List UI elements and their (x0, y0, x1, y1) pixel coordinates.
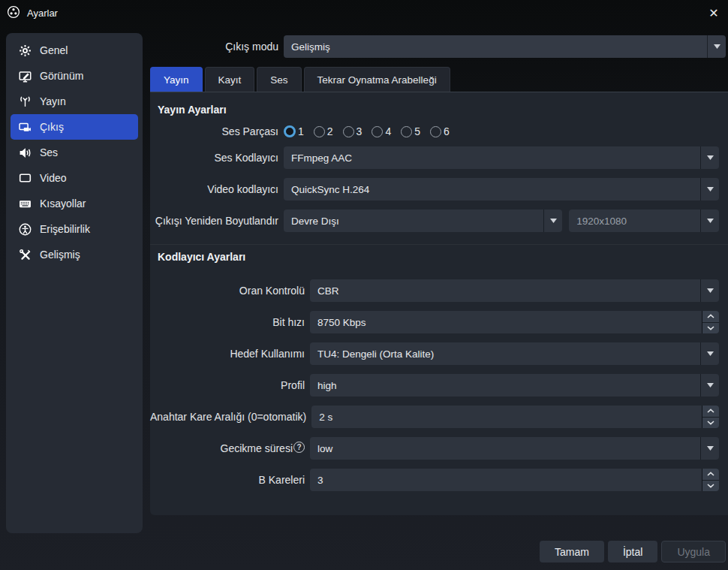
keyframe-spinner (702, 406, 719, 428)
chevron-down-icon (700, 279, 719, 302)
radio-icon (401, 126, 412, 137)
sidebar-item-label: Genel (40, 44, 68, 56)
sidebar-item-label: Görünüm (40, 70, 83, 82)
output-icon (18, 120, 32, 134)
sidebar-item-cikis[interactable]: Çıkış (11, 114, 138, 140)
audio-track-radio-5[interactable]: 5 (401, 125, 420, 137)
bitrate-label: Bit hızı (150, 316, 310, 328)
sidebar-item-kisayollar[interactable]: Kısayollar (11, 191, 138, 216)
chevron-down-icon (543, 210, 562, 232)
sidebar-item-label: Çıkış (40, 121, 64, 133)
rescale-resolution-select[interactable]: 1920x1080 (569, 210, 719, 232)
sidebar-item-label: Erişebilirlik (40, 223, 90, 235)
rescale-label: Çıkışı Yeniden Boyutlandır (150, 215, 284, 227)
sidebar-item-label: Gelişmiş (40, 249, 80, 261)
radio-icon (430, 126, 441, 137)
audio-track-radio-2[interactable]: 2 (314, 125, 333, 137)
tab-tekrar-oynatma[interactable]: Tekrar Oynatma Arabelleği (304, 67, 450, 92)
spin-up-icon[interactable] (702, 406, 719, 417)
latency-select[interactable]: low (310, 437, 719, 460)
profile-row: Profil high (150, 374, 728, 397)
spin-down-icon[interactable] (702, 418, 719, 429)
b-frames-input[interactable]: 3 (310, 469, 719, 491)
chevron-down-icon (700, 146, 719, 169)
rate-control-row: Oran Kontrolü CBR (150, 279, 728, 302)
bitrate-spinner (702, 311, 719, 333)
video-encoder-select[interactable]: QuickSync H.264 (284, 178, 719, 201)
rescale-select[interactable]: Devre Dışı (284, 210, 562, 232)
bitrate-row: Bit hızı 8750 Kbps (150, 311, 728, 333)
bitrate-input[interactable]: 8750 Kbps (310, 311, 719, 333)
keyframe-interval-label: Anahtar Kare Aralığı (0=otomatik) (150, 411, 311, 423)
radio-icon (372, 126, 383, 137)
apply-button[interactable]: Uygula (661, 541, 726, 562)
output-mode-label: Çıkış modu (150, 41, 284, 53)
spin-up-icon[interactable] (702, 469, 719, 480)
output-mode-row: Çıkış modu Gelişmiş (150, 35, 726, 58)
rate-control-select[interactable]: CBR (310, 279, 719, 302)
streaming-settings-pane: Yayın Ayarları Ses Parçası 1 2 3 4 5 6 S… (150, 92, 728, 515)
audio-track-radios: 1 2 3 4 5 6 (284, 125, 719, 137)
audio-track-radio-6[interactable]: 6 (430, 125, 450, 137)
chevron-down-icon (700, 178, 719, 201)
tab-kayit[interactable]: Kayıt (205, 67, 255, 92)
accessibility-icon (18, 222, 32, 236)
profile-label: Profil (150, 379, 310, 391)
section-title-encoder: Kodlayıcı Ayarları (158, 251, 728, 263)
radio-selected-icon (284, 125, 296, 137)
profile-select[interactable]: high (310, 374, 719, 397)
spin-down-icon[interactable] (702, 481, 719, 492)
chevron-down-icon (700, 210, 719, 232)
chevron-down-icon (700, 374, 719, 397)
latency-label: Gecikme süresi? (150, 442, 310, 455)
rescale-row: Çıkışı Yeniden Boyutlandır Devre Dışı 19… (150, 210, 728, 232)
keyboard-icon (18, 197, 32, 210)
window-title: Ayarlar (27, 8, 58, 19)
b-frames-label: B Kareleri (150, 474, 310, 486)
section-title-streaming: Yayın Ayarları (158, 104, 728, 116)
speaker-icon (18, 146, 32, 159)
sidebar-item-video[interactable]: Video (11, 165, 138, 191)
video-encoder-row: Video kodlayıcı QuickSync H.264 (150, 178, 728, 201)
cancel-button[interactable]: İptal (608, 541, 657, 562)
audio-track-label: Ses Parçası (150, 125, 284, 137)
audio-track-radio-3[interactable]: 3 (343, 125, 362, 137)
audio-encoder-row: Ses Kodlayıcı FFmpeg AAC (150, 146, 728, 169)
latency-row: Gecikme süresi? low (150, 437, 728, 460)
tab-ses[interactable]: Ses (257, 67, 301, 92)
output-mode-select[interactable]: Gelişmiş (284, 35, 726, 58)
sidebar-item-label: Yayın (40, 95, 66, 107)
audio-track-radio-1[interactable]: 1 (284, 125, 304, 137)
ok-button[interactable]: Tamam (540, 541, 604, 562)
audio-track-row: Ses Parçası 1 2 3 4 5 6 (150, 125, 728, 137)
b-frames-spinner (702, 469, 719, 491)
sidebar-item-ses[interactable]: Ses (11, 140, 138, 165)
obs-logo-icon (7, 5, 20, 21)
help-icon[interactable]: ? (293, 442, 305, 453)
close-icon: ✕ (708, 6, 718, 20)
sidebar-item-genel[interactable]: Genel (11, 38, 138, 63)
spin-down-icon[interactable] (702, 323, 719, 334)
target-usage-row: Hedef Kullanımı TU4: Dengeli (Orta Kalit… (150, 342, 728, 365)
sidebar-item-gorunum[interactable]: Görünüm (11, 63, 138, 89)
audio-encoder-select[interactable]: FFmpeg AAC (284, 146, 719, 169)
section-divider (150, 244, 728, 245)
spin-up-icon[interactable] (702, 311, 719, 322)
sidebar-item-label: Video (40, 172, 67, 184)
audio-track-radio-4[interactable]: 4 (372, 125, 391, 137)
sidebar-item-gelismis[interactable]: Gelişmiş (11, 242, 138, 267)
gear-icon (18, 44, 32, 57)
close-button[interactable]: ✕ (704, 4, 723, 22)
sidebar-item-erisebilirlik[interactable]: Erişebilirlik (11, 216, 138, 242)
rate-control-label: Oran Kontrolü (150, 285, 310, 297)
keyframe-interval-row: Anahtar Kare Aralığı (0=otomatik) 2 s (150, 406, 728, 428)
audio-encoder-label: Ses Kodlayıcı (150, 152, 284, 164)
video-encoder-label: Video kodlayıcı (150, 183, 284, 195)
keyframe-interval-input[interactable]: 2 s (311, 406, 719, 428)
chevron-down-icon (700, 437, 719, 460)
monitor-icon (18, 171, 32, 185)
sidebar-item-yayin[interactable]: Yayın (11, 89, 138, 114)
target-usage-select[interactable]: TU4: Dengeli (Orta Kalite) (310, 342, 719, 365)
sidebar-item-label: Kısayollar (40, 198, 86, 210)
tab-yayin[interactable]: Yayın (150, 67, 203, 92)
